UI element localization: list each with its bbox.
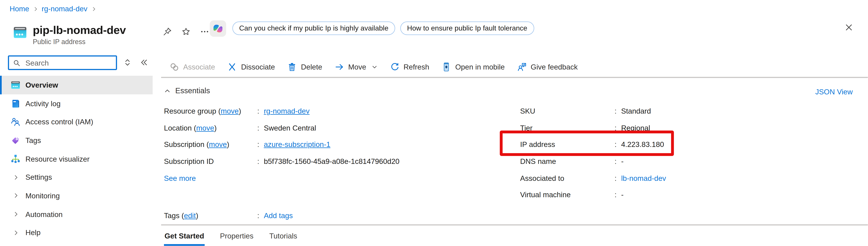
toolbar-item-label: Dissociate <box>241 63 275 71</box>
header-actions <box>163 27 209 38</box>
sidebar-search-box[interactable] <box>8 55 117 70</box>
overview-tabs: Get StartedPropertiesTutorials <box>164 227 298 246</box>
breadcrumb-link[interactable]: rg-nomad-dev <box>42 4 88 13</box>
mobile-icon <box>442 62 451 71</box>
field-value[interactable]: azure-subscription-1 <box>264 140 330 149</box>
essentials-field-resource-group: Resource group (move):rg-nomad-dev <box>164 103 515 120</box>
sidebar-item-monitoring[interactable]: Monitoring <box>0 186 153 205</box>
essentials-right-column: SKU:StandardTier:RegionalIP address:4.22… <box>520 103 868 203</box>
essentials-field-dns-name: DNS name:- <box>520 153 868 170</box>
star-icon[interactable] <box>182 27 190 36</box>
resource-visualizer-icon <box>11 154 20 164</box>
chevron-right-icon <box>12 229 19 236</box>
field-label: Tags (edit) <box>164 212 257 220</box>
sidebar-item-overview[interactable]: Overview <box>0 76 153 94</box>
azure-portal-public-ip-overview: Homerg-nomad-dev pip-lb-nomad-dev Public… <box>0 0 868 246</box>
field-value[interactable]: rg-nomad-dev <box>264 107 310 116</box>
toolbar-item-label: Open in mobile <box>455 63 505 71</box>
sidebar-item-label: Automation <box>26 210 63 218</box>
search-icon <box>13 59 20 66</box>
field-value: Regional <box>621 124 650 132</box>
copilot-suggestion-chip[interactable]: Can you check if my public Ip is highly … <box>232 22 395 35</box>
dissociate-button[interactable]: Dissociate <box>227 62 275 71</box>
give-feedback-button[interactable]: Give feedback <box>517 62 578 71</box>
resource-menu: OverviewActivity logAccess control (IAM)… <box>0 76 153 242</box>
collapse-sidebar-icon[interactable] <box>140 58 148 67</box>
essentials-field-subscription: Subscription (move):azure-subscription-1 <box>164 136 515 153</box>
essentials-field-tier: Tier:Regional <box>520 120 868 136</box>
ellipsis-icon[interactable] <box>200 27 209 36</box>
overview-blade: AssociateDissociateDeleteMoveRefreshOpen… <box>153 51 868 246</box>
sidebar-item-label: Access control (IAM) <box>26 118 93 126</box>
field-label-link[interactable]: move <box>221 107 239 116</box>
copilot-button[interactable] <box>210 20 226 37</box>
sidebar-item-settings[interactable]: Settings <box>0 168 153 186</box>
toolbar-item-label: Give feedback <box>531 63 578 71</box>
field-value[interactable]: Add tags <box>264 212 293 220</box>
pin-icon[interactable] <box>163 27 172 36</box>
sidebar-item-label: Settings <box>26 173 52 182</box>
tab-properties[interactable]: Properties <box>219 227 254 246</box>
tabs-divider <box>161 224 868 225</box>
field-label: DNS name <box>520 157 615 165</box>
move-button[interactable]: Move <box>335 62 377 71</box>
public-ip-icon <box>13 25 27 39</box>
sidebar-item-automation[interactable]: Automation <box>0 205 153 223</box>
sidebar-item-label: Resource visualizer <box>26 155 90 163</box>
tags-row: Tags (edit):Add tags <box>164 207 293 224</box>
field-value: Sweden Central <box>264 124 316 132</box>
field-label: Subscription (move) <box>164 140 257 149</box>
breadcrumb-chevron-icon <box>33 6 38 12</box>
field-label: SKU <box>520 107 615 116</box>
sidebar-item-resource-visualizer[interactable]: Resource visualizer <box>0 150 153 168</box>
essentials-field-location: Location (move):Sweden Central <box>164 120 515 136</box>
see-more-link[interactable]: See more <box>164 174 196 182</box>
chevron-right-icon <box>12 192 19 199</box>
json-view-link[interactable]: JSON View <box>815 88 853 96</box>
breadcrumb: Homerg-nomad-dev <box>10 4 97 13</box>
copilot-icon <box>212 23 224 34</box>
essentials-field-associated-to: Associated to:lb-nomad-dev <box>520 170 868 186</box>
essentials-title: Essentials <box>175 87 210 95</box>
tab-tutorials[interactable]: Tutorials <box>269 227 298 246</box>
sidebar-item-tags[interactable]: Tags <box>0 131 153 150</box>
field-label-link[interactable]: edit <box>184 212 196 220</box>
refresh-button[interactable]: Refresh <box>390 62 429 71</box>
sidebar-item-help[interactable]: Help <box>0 223 153 242</box>
command-bar-divider <box>161 77 868 78</box>
field-value: - <box>621 157 624 165</box>
move-icon <box>335 62 344 71</box>
pin-button[interactable] <box>163 27 172 38</box>
open-in-mobile-button[interactable]: Open in mobile <box>442 62 505 71</box>
field-label-link[interactable]: move <box>209 140 227 149</box>
page-subtitle: Public IP address <box>33 38 126 46</box>
more-actions-button[interactable] <box>200 27 209 38</box>
copilot-suggestion-chip[interactable]: How to ensure public Ip fault tolerance <box>400 22 534 35</box>
tab-get-started[interactable]: Get Started <box>164 227 205 246</box>
field-value: b5f738fc-1560-45a9-a08e-1c8147960d20 <box>264 157 400 165</box>
close-blade-button[interactable] <box>845 23 853 32</box>
chevron-down-icon <box>371 64 377 70</box>
field-value[interactable]: lb-nomad-dev <box>621 174 666 182</box>
sidebar-item-activity-log[interactable]: Activity log <box>0 94 153 113</box>
field-label: Associated to <box>520 174 615 182</box>
field-label-link[interactable]: move <box>196 124 214 132</box>
favorite-button[interactable] <box>182 27 190 38</box>
field-value: 4.223.83.180 <box>621 140 664 149</box>
delete-button[interactable]: Delete <box>287 62 322 71</box>
essentials-field-ip-address: IP address:4.223.83.180 <box>520 136 868 153</box>
expand-collapse-all-icon[interactable] <box>123 58 132 67</box>
chevron-right-icon <box>12 174 19 181</box>
tag-icon <box>11 135 20 145</box>
search-input[interactable] <box>24 58 116 68</box>
copilot-suggestion-chips: Can you check if my public Ip is highly … <box>232 22 534 35</box>
sidebar-item-access-control-iam[interactable]: Access control (IAM) <box>0 113 153 131</box>
public-ip-icon <box>11 80 20 90</box>
breadcrumb-chevron-icon <box>91 6 96 12</box>
associate-button: Associate <box>169 62 215 71</box>
essentials-left-column: Resource group (move):rg-nomad-devLocati… <box>164 103 515 186</box>
breadcrumb-link[interactable]: Home <box>10 4 29 13</box>
essentials-header[interactable]: Essentials <box>164 87 210 95</box>
page-header: pip-lb-nomad-dev Public IP address <box>13 24 126 46</box>
field-label: Virtual machine <box>520 191 615 199</box>
